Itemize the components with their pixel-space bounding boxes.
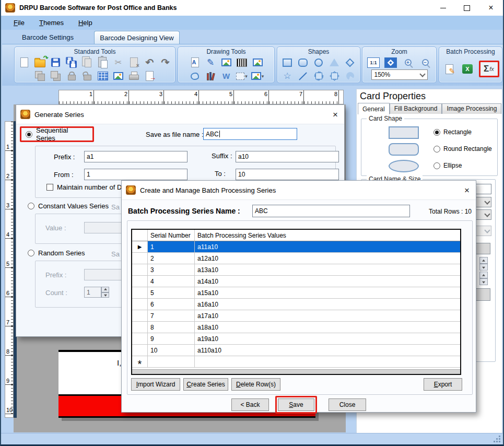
excel-import-icon[interactable]: X [461, 63, 475, 76]
radio-round-rectangle[interactable]: Round Rectangle [433, 145, 492, 152]
spinner-fragment[interactable] [479, 272, 488, 285]
table-row[interactable]: 4 a14a10 [132, 276, 460, 287]
tab-barcode-designing-view[interactable]: Barcode Designing View [94, 31, 180, 44]
delete-rows-button[interactable]: Delete Row(s) [231, 378, 280, 391]
circle-shape-icon[interactable] [312, 56, 326, 69]
table-row[interactable]: 2 a12a10 [132, 253, 460, 264]
copy-icon[interactable] [80, 56, 94, 69]
open-file-icon[interactable]: ↷ [33, 56, 47, 69]
menu-help[interactable]: Help [72, 17, 99, 28]
diamond-shape-icon[interactable] [343, 56, 357, 69]
save-all-icon[interactable] [64, 56, 78, 69]
row-selector[interactable] [132, 310, 148, 321]
maintain-digits-checkbox[interactable]: Maintain number of Di [46, 183, 123, 191]
import-wizard-button[interactable]: Import Wizard [131, 378, 180, 391]
row-selector[interactable] [132, 253, 148, 264]
row-selector[interactable] [132, 264, 148, 275]
suffix-input[interactable]: a10 [236, 151, 339, 162]
undo-icon[interactable]: ↶ [143, 56, 157, 69]
spinner-fragment[interactable] [479, 257, 488, 271]
table-horizontal-scrollbar[interactable] [132, 369, 460, 374]
zoom-in-icon[interactable]: + [401, 56, 415, 69]
table-row[interactable]: 7 a17a10 [132, 310, 460, 322]
rounded-rectangle-shape-icon[interactable] [296, 56, 310, 69]
barcode-tool-icon[interactable] [235, 56, 249, 69]
library-icon[interactable] [204, 69, 218, 83]
card-name-input-fragment[interactable] [475, 184, 491, 194]
tab-barcode-settings[interactable]: Barcode Settings [17, 32, 79, 42]
grid-icon[interactable] [96, 69, 110, 83]
save-icon[interactable] [49, 56, 63, 69]
row-selector[interactable]: ▶ [132, 241, 148, 252]
combo-fragment[interactable] [475, 209, 491, 220]
radio-constant-values-series[interactable]: Constant Values Series [28, 202, 109, 210]
zoom-level-select[interactable]: 150% [371, 69, 428, 80]
tab-general[interactable]: General [358, 103, 390, 114]
table-row[interactable]: 8 a18a10 [132, 322, 460, 333]
export-file-icon[interactable]: → [143, 69, 157, 83]
tab-fill-background[interactable]: Fill Background [390, 103, 442, 114]
star-shape-icon[interactable]: ☆ [280, 69, 295, 83]
send-backward-icon[interactable] [49, 69, 63, 83]
count-stepper[interactable]: 1 [84, 287, 109, 298]
zoom-actual-size-icon[interactable]: 1:1 [367, 56, 381, 69]
triangle-shape-icon[interactable] [327, 56, 342, 69]
menu-themes[interactable]: Themes [33, 17, 70, 28]
table-row[interactable]: 9 a19a10 [132, 333, 460, 345]
table-row[interactable]: 3 a13a10 [132, 264, 460, 276]
redo-icon[interactable]: ↷ [158, 56, 172, 69]
close-dialog-button[interactable]: × [332, 110, 339, 119]
edit-series-icon[interactable]: ✎ [442, 63, 456, 76]
table-row[interactable]: ▶ 1 a11a10 [132, 241, 460, 253]
back-button[interactable]: < Back [231, 398, 269, 411]
row-selector[interactable] [132, 276, 148, 287]
freeform-shape-icon[interactable] [188, 69, 202, 83]
table-row[interactable]: 10 a110a10 [132, 345, 460, 356]
close-dialog-button[interactable]: × [463, 186, 471, 195]
cut-icon[interactable]: ✂ [111, 56, 125, 69]
pencil-tool-icon[interactable]: ✎ [204, 56, 218, 69]
series-name-input[interactable]: ABC [252, 205, 410, 217]
tab-image-processing[interactable]: Image Processing [442, 103, 501, 114]
create-series-button[interactable]: Create Series [183, 378, 228, 391]
maximize-button[interactable] [455, 0, 479, 16]
watermark-icon[interactable]: W [219, 69, 233, 83]
row-selector[interactable] [132, 345, 148, 356]
line-shape-icon[interactable] [296, 69, 310, 83]
close-button-dialog[interactable]: Close [329, 398, 366, 411]
minimize-button[interactable] [431, 0, 455, 16]
zoom-fit-icon[interactable] [384, 56, 398, 69]
table-row[interactable]: 5 a15a10 [132, 287, 460, 299]
row-selector[interactable] [132, 322, 148, 333]
row-selector[interactable] [132, 299, 148, 310]
resize-grip-icon[interactable] [499, 441, 500, 442]
generate-series-function-icon[interactable]: Σfx [480, 62, 498, 76]
to-input[interactable]: 10 [236, 169, 339, 180]
delete-icon[interactable]: × [127, 56, 141, 69]
zoom-out-icon[interactable]: − [418, 56, 432, 69]
from-input[interactable]: 1 [84, 169, 187, 180]
close-button[interactable]: × [479, 0, 503, 16]
lock-icon[interactable] [64, 69, 78, 83]
radio-random-series[interactable]: Random Series [28, 249, 85, 257]
preview-icon[interactable] [111, 69, 125, 83]
unlock-icon[interactable] [80, 69, 94, 83]
combo-fragment[interactable] [475, 197, 491, 207]
image-tool-icon[interactable] [219, 56, 233, 69]
button-fragment[interactable] [476, 288, 490, 301]
new-row[interactable]: * [132, 356, 460, 368]
save-as-input[interactable]: ABC [203, 128, 297, 140]
new-document-icon[interactable] [17, 56, 31, 69]
picture-tool-icon[interactable] [251, 56, 265, 69]
export-button[interactable]: Export [424, 378, 462, 391]
text-tool-icon[interactable]: A [188, 56, 202, 69]
button-fragment[interactable] [476, 243, 490, 254]
stepper-arrows[interactable] [101, 287, 109, 298]
selection-box-icon[interactable]: ▾ [235, 69, 249, 83]
paste-icon[interactable] [96, 56, 110, 69]
rectangle-shape-icon[interactable] [280, 56, 295, 69]
radio-ellipse[interactable]: Ellipse [433, 162, 462, 169]
row-selector[interactable] [132, 333, 148, 344]
print-icon[interactable] [127, 69, 141, 83]
bring-forward-icon[interactable] [33, 69, 47, 83]
